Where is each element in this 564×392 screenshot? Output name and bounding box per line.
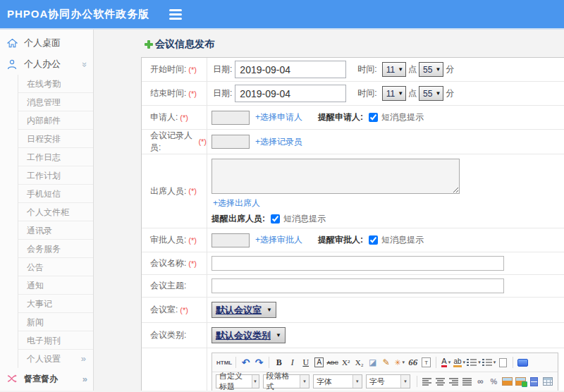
insert-link-button[interactable]: ∞ xyxy=(474,374,487,389)
font-border-button[interactable]: A xyxy=(314,357,324,367)
sidebar-item-office[interactable]: 个人办公 » xyxy=(0,54,93,75)
page-break-button[interactable] xyxy=(527,374,541,389)
sidebar-item-supervision[interactable]: 督查督办 » xyxy=(0,368,93,389)
chevron-down-icon: ▾ xyxy=(448,360,451,365)
select-approver-link[interactable]: +选择审批人 xyxy=(255,234,302,246)
applicant-sms-checkbox[interactable] xyxy=(369,113,378,122)
hour-unit: 点 xyxy=(408,63,417,75)
chevron-down-icon: ▾ xyxy=(352,375,362,388)
html-source-button[interactable]: HTML xyxy=(216,355,233,370)
sidebar-item-schedule[interactable]: 日程安排 xyxy=(18,130,93,148)
underline-button[interactable]: U xyxy=(299,355,312,370)
meeting-name-input[interactable] xyxy=(212,256,504,271)
sidebar-item-e-journal[interactable]: 电子期刊 xyxy=(18,331,93,350)
attendees-textarea[interactable] xyxy=(212,159,460,194)
insert-image-button[interactable] xyxy=(501,374,514,389)
align-justify-button[interactable] xyxy=(460,374,474,389)
remind-approver-label: 提醒审批人: xyxy=(318,234,363,246)
font-size-select[interactable]: 字号▾ xyxy=(366,374,410,388)
start-hour-select[interactable]: 11▼ xyxy=(382,62,406,77)
chevron-down-icon: ▼ xyxy=(276,332,281,338)
align-left-button[interactable] xyxy=(420,374,434,389)
end-date-input[interactable] xyxy=(235,85,346,102)
app-title: PHPOA协同办公软件政务版 xyxy=(7,8,149,21)
sidebar-item-news[interactable]: 新闻 xyxy=(18,313,93,331)
sidebar-item-internal-mail[interactable]: 内部邮件 xyxy=(18,111,93,130)
sidebar-item-attendance[interactable]: 在线考勤 xyxy=(18,75,93,93)
sidebar: 个人桌面 个人办公 » 在线考勤 消息管理 内部邮件 日程安排 工作日志 工作计… xyxy=(0,30,94,391)
font-color-button[interactable]: A▾ xyxy=(439,355,453,370)
date-label: 日期: xyxy=(213,87,232,99)
blank-page-icon xyxy=(499,358,507,367)
field-label: 开始时间: xyxy=(150,63,186,75)
date-label: 日期: xyxy=(213,63,232,75)
editor-toolbar-row2: 自定义标题▾ 段落格式▾ 字体▾ 字号▾ ∞ % xyxy=(212,372,558,391)
select-applicant-link[interactable]: +选择申请人 xyxy=(255,111,302,123)
sidebar-item-messages[interactable]: 消息管理 xyxy=(18,93,93,111)
select-attendees-link[interactable]: +选择出席人 xyxy=(213,198,260,208)
sidebar-item-work-log[interactable]: 工作日志 xyxy=(18,148,93,166)
subscript-button[interactable]: X₂ xyxy=(352,355,366,370)
sidebar-item-notice[interactable]: 通知 xyxy=(18,276,93,295)
recorder-input[interactable] xyxy=(212,135,250,149)
italic-button[interactable]: I xyxy=(286,355,299,370)
remove-format-button[interactable]: ◪ xyxy=(366,355,379,370)
sidebar-item-sms[interactable]: 手机短信 xyxy=(18,185,93,203)
sidebar-item-meeting-service[interactable]: 会务服务 xyxy=(18,240,93,258)
font-family-select[interactable]: 字体▾ xyxy=(313,374,362,388)
align-right-button[interactable] xyxy=(447,374,460,389)
superscript-button[interactable]: X² xyxy=(339,355,352,370)
sidebar-item-work-plan[interactable]: 工作计划 xyxy=(18,166,93,185)
blockquote-button[interactable]: 66 xyxy=(406,355,419,370)
align-center-button[interactable] xyxy=(434,374,447,389)
sidebar-item-announcement[interactable]: 公告 xyxy=(18,258,93,276)
fullscreen-button[interactable] xyxy=(516,355,529,370)
row-recorder: 会议记录人员:(*) +选择记录员 xyxy=(142,130,564,154)
row-meeting-name: 会议名称:(*) xyxy=(142,252,564,275)
field-label: 结束时间: xyxy=(150,87,186,99)
new-page-button[interactable] xyxy=(496,355,510,370)
sidebar-item-desktop[interactable]: 个人桌面 xyxy=(0,32,93,54)
meeting-room-select[interactable]: 默认会议室▼ xyxy=(212,302,276,318)
align-left-icon xyxy=(422,377,431,386)
ordered-list-button[interactable]: ▾ xyxy=(466,355,482,370)
sidebar-item-personal-settings[interactable]: 个人设置 » xyxy=(18,350,93,368)
upload-image-button[interactable] xyxy=(514,374,527,389)
unordered-list-button[interactable]: ▾ xyxy=(482,355,497,370)
chevron-right-icon: » xyxy=(82,374,87,384)
sidebar-item-major-events[interactable]: 大事记 xyxy=(18,295,93,313)
format-painter-button[interactable]: ✎ xyxy=(379,355,393,370)
approver-sms-checkbox[interactable] xyxy=(369,235,378,245)
start-minute-select[interactable]: 55▼ xyxy=(419,62,443,77)
select-recorder-link[interactable]: +选择记录员 xyxy=(255,136,302,148)
undo-button[interactable]: ↶ xyxy=(239,355,252,370)
redo-button[interactable]: ↷ xyxy=(252,355,266,370)
sidebar-item-label: 个人办公 xyxy=(24,58,82,71)
auto-typeset-button[interactable]: ✳▾ xyxy=(393,355,406,370)
highlight-button[interactable]: ab▾ xyxy=(453,355,466,370)
row-approver: 审批人员:(*) +选择审批人 提醒审批人: 短消息提示 xyxy=(142,228,564,252)
user-icon xyxy=(7,59,18,70)
end-minute-select[interactable]: 55▼ xyxy=(419,86,443,101)
sidebar-item-label: 督查督办 xyxy=(24,373,82,385)
sms-label: 短消息提示 xyxy=(381,111,424,123)
unlink-button[interactable]: % xyxy=(487,374,501,389)
sidebar-item-contacts[interactable]: 通讯录 xyxy=(18,221,93,240)
sidebar-item-file-cabinet[interactable]: 个人文件柜 xyxy=(18,203,93,221)
custom-title-select[interactable]: 自定义标题▾ xyxy=(216,374,259,388)
meeting-subject-input[interactable] xyxy=(212,278,504,293)
end-hour-select[interactable]: 11▼ xyxy=(382,86,406,101)
strikethrough-button[interactable]: ABC xyxy=(326,355,339,370)
menu-icon[interactable] xyxy=(169,7,182,22)
meeting-category-select[interactable]: 默认会议类别▼ xyxy=(212,327,286,343)
paste-icon[interactable]: T xyxy=(422,357,431,367)
paragraph-format-select[interactable]: 段落格式▾ xyxy=(263,374,309,388)
applicant-input[interactable] xyxy=(212,111,250,125)
bold-button[interactable]: B xyxy=(272,355,286,370)
chevron-down-icon: ▼ xyxy=(398,66,403,73)
start-date-input[interactable] xyxy=(235,61,346,78)
attendees-sms-checkbox[interactable] xyxy=(271,214,280,223)
approver-input[interactable] xyxy=(212,233,250,247)
insert-table-button[interactable] xyxy=(541,374,554,389)
row-attendees: 出席人员:(*) +选择出席人 提醒出席人员: 短消息提示 xyxy=(142,154,564,228)
